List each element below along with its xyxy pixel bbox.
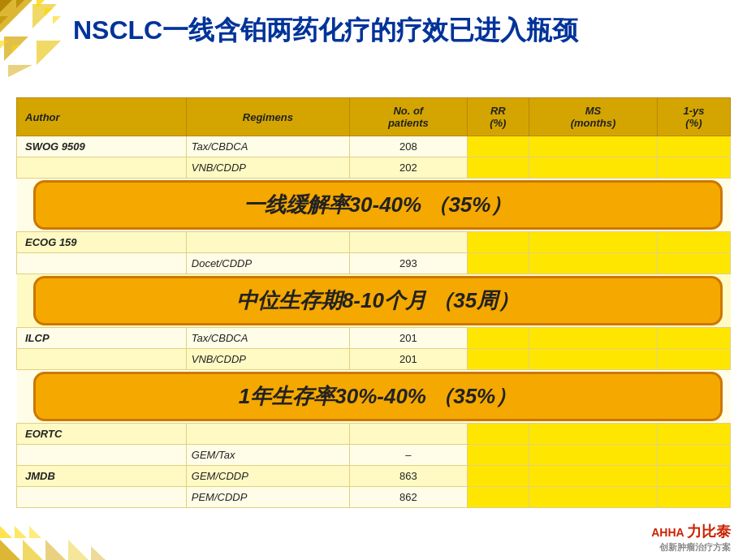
- cell-col-ms: [529, 487, 658, 508]
- cell-col-rr: [467, 136, 529, 157]
- banner-cell: 1年生存率30%-40% （35%）: [17, 370, 731, 424]
- top-left-decoration: [0, 0, 69, 77]
- brand-tagline: 创新肿瘤治疗方案: [651, 541, 731, 554]
- cell-col-1ys: [657, 445, 730, 466]
- col-header-ms: MS(months): [529, 98, 658, 136]
- svg-marker-14: [23, 540, 43, 560]
- svg-marker-16: [68, 540, 89, 560]
- cell-col-no-patients: [349, 232, 467, 253]
- svg-marker-10: [53, 16, 61, 24]
- cell-col-no-patients: 202: [349, 157, 467, 179]
- table-row: PEM/CDDP862: [17, 487, 731, 508]
- data-table-container: Author Regimens No. ofpatients RR(%) MS(…: [16, 97, 731, 511]
- cell-col-ms: [529, 253, 658, 274]
- col-header-author: Author: [17, 98, 187, 136]
- cell-col-regimens: PEM/CDDP: [186, 487, 349, 508]
- table-row: ECOG 159: [17, 232, 731, 253]
- cell-col-ms: [529, 445, 658, 466]
- cell-col-rr: [467, 445, 529, 466]
- cell-col-author: SWOG 9509: [17, 136, 187, 157]
- cell-col-rr: [467, 487, 529, 508]
- cell-col-no-patients: 293: [349, 253, 467, 274]
- cell-col-1ys: [657, 487, 730, 508]
- cell-col-no-patients: –: [349, 445, 467, 466]
- cell-col-author: EORTC: [17, 424, 187, 445]
- table-row: VNB/CDDP201: [17, 349, 731, 370]
- cell-col-rr: [467, 157, 529, 179]
- cell-col-author: [17, 445, 187, 466]
- cell-col-1ys: [657, 157, 730, 179]
- cell-col-regimens: VNB/CDDP: [186, 157, 349, 179]
- cell-col-ms: [529, 466, 658, 487]
- col-header-regimens: Regimens: [186, 98, 349, 136]
- cell-col-rr: [467, 466, 529, 487]
- cell-col-no-patients: 201: [349, 328, 467, 349]
- cell-col-1ys: [657, 136, 730, 157]
- cell-col-1ys: [657, 328, 730, 349]
- cell-col-author: [17, 157, 187, 179]
- svg-marker-13: [0, 540, 20, 560]
- table-row: ILCPTax/CBDCA201: [17, 328, 731, 349]
- cell-col-ms: [529, 157, 658, 179]
- cell-col-author: [17, 349, 187, 370]
- brand-logo: AHHA 力比泰 创新肿瘤治疗方案: [651, 522, 731, 554]
- cell-col-1ys: [657, 466, 730, 487]
- cell-col-no-patients: 862: [349, 487, 467, 508]
- table-row: GEM/Tax–: [17, 445, 731, 466]
- cell-col-regimens: Docet/CDDP: [186, 253, 349, 274]
- svg-marker-12: [12, 45, 20, 53]
- slide-header: NSCLC一线含铂两药化疗的疗效已进入瓶颈: [73, 8, 731, 52]
- table-row: 中位生存期8-10个月 （35周）: [17, 274, 731, 328]
- cell-col-author: ECOG 159: [17, 232, 187, 253]
- banner-cell: 一线缓解率30-40% （35%）: [17, 179, 731, 232]
- cell-col-ms: [529, 424, 658, 445]
- svg-marker-3: [37, 41, 61, 65]
- brand-name-cn: AHHA 力比泰: [651, 526, 731, 539]
- col-header-1ys: 1-ys(%): [657, 98, 730, 136]
- col-header-rr: RR(%): [467, 98, 529, 136]
- cell-col-ms: [529, 328, 658, 349]
- cell-col-regimens: Tax/CBDCA: [186, 328, 349, 349]
- svg-marker-4: [8, 65, 32, 77]
- cell-col-no-patients: [349, 424, 467, 445]
- highlight-banner: 1年生存率30%-40% （35%）: [33, 372, 723, 421]
- table-row: 1年生存率30%-40% （35%）: [17, 370, 731, 424]
- svg-marker-20: [29, 526, 41, 538]
- cell-col-rr: [467, 232, 529, 253]
- cell-col-regimens: [186, 232, 349, 253]
- slide-title: NSCLC一线含铂两药化疗的疗效已进入瓶颈: [73, 15, 731, 45]
- highlight-banner: 一线缓解率30-40% （35%）: [33, 180, 723, 230]
- table-row: 一线缓解率30-40% （35%）: [17, 179, 731, 232]
- cell-col-1ys: [657, 424, 730, 445]
- cell-col-author: [17, 487, 187, 508]
- cell-col-author: [17, 253, 187, 274]
- svg-marker-15: [45, 540, 66, 560]
- cell-col-ms: [529, 232, 658, 253]
- cell-col-rr: [467, 349, 529, 370]
- cell-col-rr: [467, 424, 529, 445]
- cell-col-author: ILCP: [17, 328, 187, 349]
- svg-marker-19: [15, 526, 27, 538]
- svg-marker-18: [0, 526, 12, 538]
- cell-col-regimens: GEM/CDDP: [186, 466, 349, 487]
- cell-col-rr: [467, 253, 529, 274]
- table-row: SWOG 9509Tax/CBDCA208: [17, 136, 731, 157]
- table-row: JMDBGEM/CDDP863: [17, 466, 731, 487]
- cell-col-1ys: [657, 349, 730, 370]
- svg-marker-9: [45, 8, 53, 16]
- cell-col-no-patients: 201: [349, 349, 467, 370]
- col-header-no-patients: No. ofpatients: [349, 98, 467, 136]
- banner-cell: 中位生存期8-10个月 （35周）: [17, 274, 731, 328]
- cell-col-regimens: GEM/Tax: [186, 445, 349, 466]
- bottom-left-decoration: [0, 515, 106, 560]
- svg-marker-17: [91, 546, 106, 560]
- table-header-row: Author Regimens No. ofpatients RR(%) MS(…: [17, 98, 731, 136]
- table-row: VNB/CDDP202: [17, 157, 731, 179]
- table-row: Docet/CDDP293: [17, 253, 731, 274]
- cell-col-regimens: Tax/CBDCA: [186, 136, 349, 157]
- highlight-banner: 中位生存期8-10个月 （35周）: [33, 276, 723, 325]
- cell-col-regimens: VNB/CDDP: [186, 349, 349, 370]
- cell-col-1ys: [657, 232, 730, 253]
- cell-col-no-patients: 863: [349, 466, 467, 487]
- data-table: Author Regimens No. ofpatients RR(%) MS(…: [16, 97, 731, 508]
